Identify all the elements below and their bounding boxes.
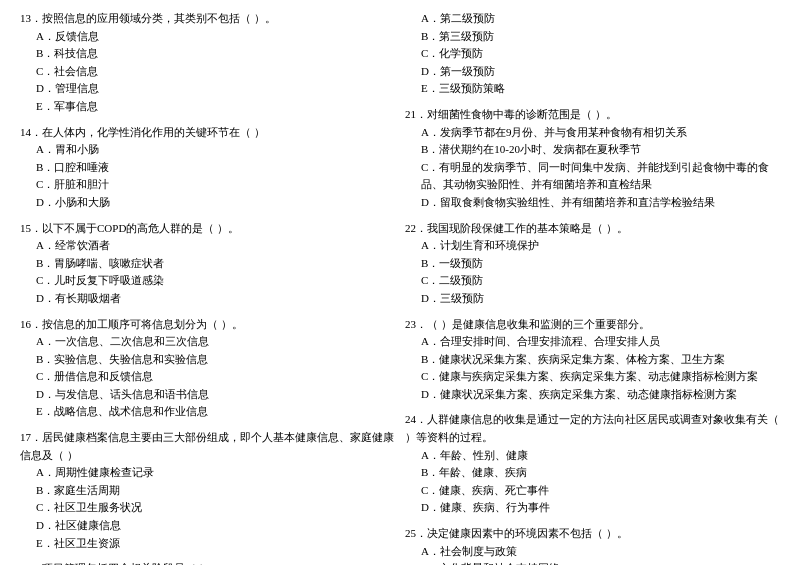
option: D．健康状况采集方案、疾病定采集方案、动态健康指标检测方案 [405,386,780,404]
option: D．留取食剩食物实验组性、并有细菌培养和直洁学检验结果 [405,194,780,212]
option: E．三级预防策略 [405,80,780,98]
right-column: A．第二级预防B．第三级预防C．化学预防D．第一级预防E．三级预防策略21．对细… [405,10,780,565]
question-block: 14．在人体内，化学性消化作用的关键环节在（ ）A．胃和小肠B．口腔和唾液C．肝… [20,124,395,212]
question-title: 25．决定健康因素中的环境因素不包括（ ）。 [405,525,780,543]
option: B．科技信息 [20,45,395,63]
option: A．发病季节都在9月份、并与食用某种食物有相切关系 [405,124,780,142]
option: A．经常饮酒者 [20,237,395,255]
option: C．册借信息和反馈信息 [20,368,395,386]
option: A．反馈信息 [20,28,395,46]
option: E．军事信息 [20,98,395,116]
option: C．二级预防 [405,272,780,290]
question-title: 15．以下不属于COPD的高危人群的是（ ）。 [20,220,395,238]
option: B．家庭生活周期 [20,482,395,500]
option: A．年龄、性别、健康 [405,447,780,465]
option: B．口腔和唾液 [20,159,395,177]
option: D．社区健康信息 [20,517,395,535]
option: B．一级预防 [405,255,780,273]
option: C．儿时反复下呼吸道感染 [20,272,395,290]
question-title: 16．按信息的加工顺序可将信息划分为（ ）。 [20,316,395,334]
option: A．第二级预防 [405,10,780,28]
page-content: 13．按照信息的应用领域分类，其类别不包括（ ）。A．反馈信息B．科技信息C．社… [20,10,780,565]
question-block: 18．项目管理包括四个相关阶段是（ ）。A．风险识别、风险评估、风险处理、风险监… [20,560,395,565]
question-title: 23．（ ）是健康信息收集和监测的三个重要部分。 [405,316,780,334]
question-block: 24．人群健康信息的收集是通过一定的方法向社区居民或调查对象收集有关（ ）等资料… [405,411,780,517]
option: B．年龄、健康、疾病 [405,464,780,482]
option: B．潜伏期约在10-20小时、发病都在夏秋季节 [405,141,780,159]
question-block: 23．（ ）是健康信息收集和监测的三个重要部分。A．合理安排时间、合理安排流程、… [405,316,780,404]
option: A．胃和小肠 [20,141,395,159]
option: C．社区卫生服务状况 [20,499,395,517]
option: C．健康与疾病定采集方案、疾病定采集方案、动志健康指标检测方案 [405,368,780,386]
option: D．第一级预防 [405,63,780,81]
question-block: 15．以下不属于COPD的高危人群的是（ ）。A．经常饮酒者B．胃肠哮喘、咳嗽症… [20,220,395,308]
option: D．健康、疾病、行为事件 [405,499,780,517]
option: C．有明显的发病季节、同一时间集中发病、并能找到引起食物中毒的食品、其动物实验阳… [405,159,780,194]
question-title: 17．居民健康档案信息主要由三大部份组成，即个人基本健康信息、家庭健康信息及（ … [20,429,395,464]
option: A．合理安排时间、合理安排流程、合理安排人员 [405,333,780,351]
question-title: 13．按照信息的应用领域分类，其类别不包括（ ）。 [20,10,395,28]
option: C．社会信息 [20,63,395,81]
option: A．社会制度与政策 [405,543,780,561]
question-title: 24．人群健康信息的收集是通过一定的方法向社区居民或调查对象收集有关（ ）等资料… [405,411,780,446]
option: B．第三级预防 [405,28,780,46]
option: D．三级预防 [405,290,780,308]
question-title: 21．对细菌性食物中毒的诊断范围是（ ）。 [405,106,780,124]
question-block: 25．决定健康因素中的环境因素不包括（ ）。A．社会制度与政策B．文化背景和社会… [405,525,780,565]
option: E．社区卫生资源 [20,535,395,553]
question-block: 21．对细菌性食物中毒的诊断范围是（ ）。A．发病季节都在9月份、并与食用某种食… [405,106,780,212]
option: B．健康状况采集方案、疾病采定集方案、体检方案、卫生方案 [405,351,780,369]
question-block: A．第二级预防B．第三级预防C．化学预防D．第一级预防E．三级预防策略 [405,10,780,98]
option: A．一次信息、二次信息和三次信息 [20,333,395,351]
option: D．有长期吸烟者 [20,290,395,308]
question-block: 22．我国现阶段保健工作的基本策略是（ ）。A．计划生育和环境保护B．一级预防C… [405,220,780,308]
question-block: 13．按照信息的应用领域分类，其类别不包括（ ）。A．反馈信息B．科技信息C．社… [20,10,395,116]
option: A．计划生育和环境保护 [405,237,780,255]
question-title: 18．项目管理包括四个相关阶段是（ ）。 [20,560,395,565]
option: D．管理信息 [20,80,395,98]
option: C．肝脏和胆汁 [20,176,395,194]
option: D．小肠和大肠 [20,194,395,212]
option: C．化学预防 [405,45,780,63]
question-block: 17．居民健康档案信息主要由三大部份组成，即个人基本健康信息、家庭健康信息及（ … [20,429,395,552]
option: C．健康、疾病、死亡事件 [405,482,780,500]
option: B．文化背景和社会支持网络 [405,560,780,565]
question-title: 14．在人体内，化学性消化作用的关键环节在（ ） [20,124,395,142]
question-title: 22．我国现阶段保健工作的基本策略是（ ）。 [405,220,780,238]
option: B．胃肠哮喘、咳嗽症状者 [20,255,395,273]
question-block: 16．按信息的加工顺序可将信息划分为（ ）。A．一次信息、二次信息和三次信息B．… [20,316,395,422]
option: B．实验信息、失验信息和实验信息 [20,351,395,369]
option: A．周期性健康检查记录 [20,464,395,482]
left-column: 13．按照信息的应用领域分类，其类别不包括（ ）。A．反馈信息B．科技信息C．社… [20,10,395,565]
option: D．与发信息、话头信息和语书信息 [20,386,395,404]
option: E．战略信息、战术信息和作业信息 [20,403,395,421]
